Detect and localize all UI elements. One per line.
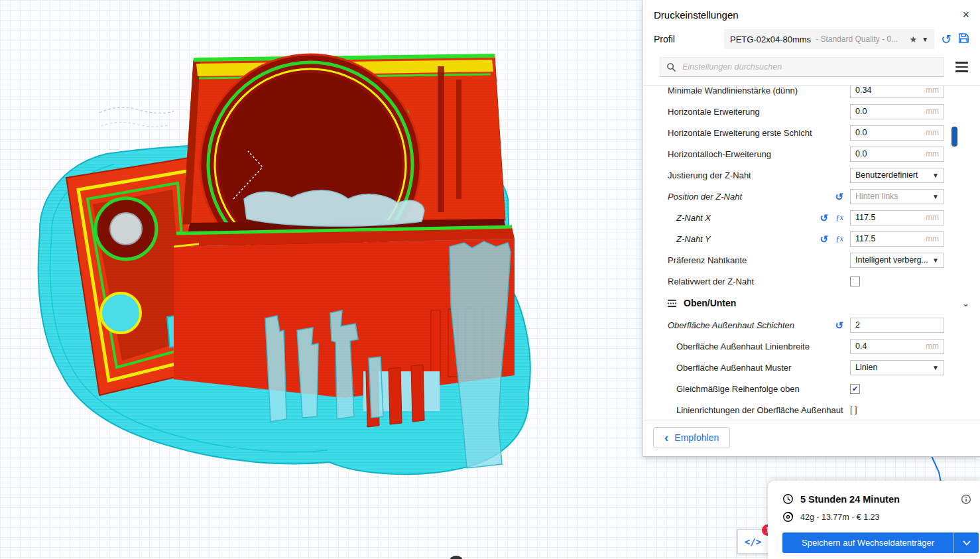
material-usage: 42g · 13.77m · € 1.23 [800, 513, 880, 522]
material-icon [782, 511, 794, 523]
setting-row-minimale-wandlinienstaerke: Minimale Wandlinienstärke (dünn) 0.34 mm [643, 85, 980, 101]
reset-icon[interactable]: ↺ [835, 192, 843, 202]
setting-label: Z-Naht X [668, 213, 820, 223]
setting-row-oberflaeche-aussenhaut-schichten: Oberfläche Außenhaut Schichten ↺ 2 [643, 314, 980, 336]
setting-row-relativwert-z-naht: Relativwert der Z-Naht [643, 271, 980, 292]
setting-checkbox[interactable]: ✔ [850, 384, 860, 394]
search-box[interactable] [660, 57, 944, 77]
setting-row-linienrichtungen: Linienrichtungen der Oberfläche Außenhau… [643, 399, 980, 420]
setting-label: Oberfläche Außenhaut Schichten [668, 320, 835, 330]
profile-name: PETG-02x04-80mms [730, 34, 811, 44]
setting-row-position-z-naht: Position der Z-Naht ↺ Hinten links ▼ [643, 186, 980, 207]
close-icon[interactable]: × [962, 9, 969, 21]
save-to-removable-drive-button[interactable]: Speichern auf Wechseldatenträger [782, 532, 979, 553]
chevron-down-icon: ▼ [932, 172, 939, 179]
setting-label: Position der Z-Naht [668, 192, 835, 202]
setting-input[interactable]: 0.4 mm [850, 339, 944, 354]
setting-dropdown[interactable]: Benutzerdefiniert ▼ [850, 168, 944, 183]
search-icon [666, 62, 676, 72]
settings-list: Minimale Wandlinienstärke (dünn) 0.34 mm… [643, 85, 980, 420]
chevron-down-icon: ▼ [932, 257, 939, 264]
info-icon[interactable] [961, 494, 971, 505]
code-icon: </> [745, 536, 761, 547]
setting-row-horizontale-erweiterung: Horizontale Erweiterung 0.0 mm [643, 101, 980, 122]
print-time: 5 Stunden 24 Minuten [800, 494, 900, 505]
reset-icon[interactable]: ↺ [820, 213, 829, 223]
setting-checkbox[interactable] [850, 277, 860, 286]
setting-row-horizontale-erweiterung-erste-schicht: Horizontale Erweiterung erste Schicht 0.… [643, 122, 980, 143]
star-icon[interactable]: ★ [910, 34, 918, 44]
chevron-down-icon[interactable]: ⌄ [962, 298, 969, 308]
setting-label: Gleichmäßige Reihenfolge oben [668, 384, 850, 394]
setting-label: Oberfläche Außenhaut Muster [668, 363, 850, 373]
setting-label: Horizontale Erweiterung erste Schicht [668, 128, 850, 138]
setting-label: Justierung der Z-Naht [668, 170, 850, 180]
print-stats-card: 5 Stunden 24 Minuten 42g · 13.77m · € 1.… [768, 481, 980, 559]
setting-row-oberflaeche-aussenhaut-linienbreite: Oberfläche Außenhaut Linienbreite 0.4 mm [643, 336, 980, 357]
search-input[interactable] [682, 62, 938, 72]
reset-icon[interactable]: ↺ [835, 320, 843, 330]
setting-row-z-naht-x: Z-Naht X ↺ ƒx 117.5 mm [643, 207, 980, 228]
setting-input[interactable]: 2 [850, 318, 944, 333]
setting-label: Horizontalloch-Erweiterung [668, 149, 850, 159]
profile-label: Profil [654, 34, 717, 44]
setting-label: Relativwert der Z-Naht [668, 277, 850, 286]
function-icon[interactable]: ƒx [835, 234, 843, 244]
recommended-mode-button[interactable]: ‹ Empfohlen [653, 427, 730, 448]
chevron-down-icon[interactable] [953, 532, 979, 553]
setting-label: Horizontale Erweiterung [668, 107, 850, 117]
top-bottom-icon [667, 298, 677, 308]
profile-dropdown[interactable]: PETG-02x04-80mms - Standard Quality - 0.… [724, 29, 934, 49]
chevron-down-icon: ▼ [932, 193, 939, 200]
profile-row: Profil PETG-02x04-80mms - Standard Quali… [643, 27, 980, 56]
panel-title: Druckeinstellungen [654, 9, 739, 21]
scrollbar-thumb[interactable] [951, 127, 957, 147]
clock-icon [782, 493, 794, 505]
setting-input[interactable]: 0.0 mm [850, 125, 944, 141]
setting-input[interactable]: 117.5 mm [850, 231, 944, 247]
material-usage-row: 42g · 13.77m · € 1.23 [768, 508, 980, 526]
setting-label: Minimale Wandlinienstärke (dünn) [668, 86, 850, 95]
ghost-sketch [99, 107, 174, 127]
chevron-down-icon: ▼ [932, 364, 939, 371]
panel-footer: ‹ Empfohlen [643, 420, 980, 456]
setting-row-oberflaeche-aussenhaut-muster: Oberfläche Außenhaut Muster Linien ▼ [643, 357, 980, 378]
panel-header: Druckeinstellungen × [643, 0, 980, 27]
menu-icon[interactable] [954, 60, 969, 74]
setting-input[interactable]: 117.5 mm [850, 210, 944, 225]
post-processing-button[interactable]: </> 1 [737, 529, 768, 554]
function-icon[interactable]: ƒx [835, 213, 843, 223]
chevron-down-icon: ▼ [922, 36, 928, 43]
setting-label: Präferenz Nahtkante [668, 255, 850, 265]
setting-row-praeferenz-nahtkante: Präferenz Nahtkante Intelligent verberg.… [643, 249, 980, 271]
setting-label: Linienrichtungen der Oberfläche Außenhau… [668, 405, 850, 415]
print-time-row: 5 Stunden 24 Minuten [768, 490, 980, 508]
setting-input[interactable]: 0.0 mm [850, 147, 944, 162]
setting-dropdown[interactable]: Hinten links ▼ [850, 189, 944, 204]
setting-row-horizontalloch-erweiterung: Horizontalloch-Erweiterung 0.0 mm [643, 143, 980, 164]
reset-profile-icon[interactable]: ↺ [941, 33, 951, 46]
setting-input[interactable]: 0.0 mm [850, 104, 944, 119]
reset-icon[interactable]: ↺ [820, 234, 829, 244]
setting-value[interactable]: [ ] [850, 405, 857, 414]
search-row [643, 56, 980, 85]
setting-row-gleichmaessige-reihenfolge-oben: Gleichmäßige Reihenfolge oben ✔ [643, 378, 980, 399]
setting-label: Oberfläche Außenhaut Linienbreite [668, 342, 850, 351]
setting-input[interactable]: 0.34 mm [850, 85, 944, 98]
section-title: Oben/Unten [684, 298, 736, 308]
save-profile-icon[interactable] [958, 32, 969, 46]
profile-suffix: - Standard Quality - 0... [816, 34, 904, 44]
setting-dropdown[interactable]: Linien ▼ [850, 360, 944, 375]
setting-label: Z-Naht Y [668, 234, 820, 244]
setting-row-justierung-z-naht: Justierung der Z-Naht Benutzerdefiniert … [643, 164, 980, 186]
print-settings-panel: Druckeinstellungen × Profil PETG-02x04-8… [643, 0, 980, 457]
setting-row-z-naht-y: Z-Naht Y ↺ ƒx 117.5 mm [643, 228, 980, 249]
setting-dropdown[interactable]: Intelligent verberg... ▼ [850, 253, 944, 268]
section-oben-unten[interactable]: Oben/Unten ⌄ [643, 292, 980, 314]
